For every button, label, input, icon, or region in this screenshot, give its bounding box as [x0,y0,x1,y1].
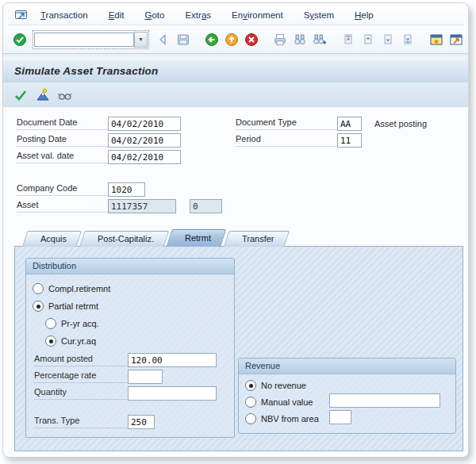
company-code-input[interactable] [108,182,145,197]
nbv-from-area-label: NBV from area [261,414,319,424]
quantity-input[interactable] [128,386,217,401]
period-row: Period [236,133,362,148]
asset-values-icon[interactable] [35,87,51,103]
document-type-label: Document Type [236,117,337,130]
revenue-group: Revenue No revenue Manual value NBV from… [238,358,456,434]
menu-items: Transaction Edit Goto Extras Environment… [40,10,374,20]
command-dropdown-icon[interactable]: ▼ [134,32,148,48]
page-down-icon[interactable] [381,32,395,48]
system-menu-icon[interactable] [14,9,29,21]
percentage-rate-input[interactable] [128,370,163,384]
no-revenue-radio[interactable] [245,380,256,391]
manual-value-radio[interactable] [245,397,256,408]
distribution-group-title: Distribution [26,259,234,274]
back-icon[interactable] [205,32,219,48]
simulate-icon[interactable] [57,87,73,103]
tab-label: Transfer [242,234,274,244]
revenue-group-title: Revenue [239,359,455,374]
current-year-acq-option[interactable]: Cur.yr.aq [45,335,96,347]
amount-posted-row: Amount posted [34,353,217,367]
nbv-from-area-option[interactable]: NBV from area [245,412,319,425]
check-icon[interactable] [13,87,29,103]
asset-subnumber-field[interactable] [190,199,222,213]
manual-value-option[interactable]: Manual value [245,396,313,408]
find-icon[interactable] [293,32,307,48]
asset-label: Asset [17,200,108,213]
save-icon[interactable] [176,32,190,48]
posting-date-input[interactable] [108,133,181,148]
enter-icon[interactable] [13,32,27,48]
document-date-label: Document Date [17,117,108,130]
first-page-icon[interactable] [341,32,355,48]
company-code-row: Company Code [17,182,145,197]
amount-posted-input[interactable] [128,353,217,367]
percentage-rate-row: Percentage rate [34,370,163,384]
quantity-label: Quantity [34,387,128,400]
nbv-from-area-input[interactable] [329,410,351,424]
asset-val-date-label: Asset val. date [17,151,108,163]
last-page-icon[interactable] [401,32,415,48]
nbv-from-area-radio[interactable] [245,413,256,424]
sap-window: Transaction Edit Goto Extras Environment… [2,2,469,458]
tab-label: Post-Capitaliz. [98,234,154,244]
tab-label: Retrmt [185,233,211,243]
period-label: Period [236,134,337,147]
trans-type-input[interactable] [128,415,155,429]
tab-post-capitaliz[interactable]: Post-Capitaliz. [82,231,167,247]
asset-number-field[interactable] [108,199,176,213]
screen-title-bar: Simulate Asset Transaction [3,59,468,83]
partial-retrmt-radio[interactable] [33,301,44,312]
asset-val-date-input[interactable] [108,150,181,164]
header-form: Document Date Document Type Asset postin… [3,107,468,230]
distribution-group: Distribution Compl.retiremnt Partial ret… [25,258,235,438]
document-type-input[interactable] [337,117,362,131]
partial-retrmt-option[interactable]: Partial retrmt [33,300,98,313]
no-revenue-option[interactable]: No revenue [245,379,306,392]
prior-year-acq-radio[interactable] [45,318,56,329]
menu-transaction[interactable]: Transaction [40,10,88,20]
asset-row: Asset [17,199,222,213]
command-field[interactable]: ▼ [33,30,149,49]
document-date-input[interactable] [108,117,181,131]
retirement-tab-panel: Distribution Compl.retiremnt Partial ret… [14,246,463,451]
current-year-acq-radio[interactable] [45,336,56,347]
compl-retirement-option[interactable]: Compl.retiremnt [33,282,110,295]
prior-year-acq-label: Pr-yr acq. [61,319,99,328]
command-collapse-icon[interactable] [156,32,171,48]
company-code-label: Company Code [17,183,108,196]
menu-environment[interactable]: Environment [232,10,283,20]
asset-val-date-row: Asset val. date [17,150,181,164]
find-next-icon[interactable] [313,32,327,48]
document-type-row: Document Type Asset posting [236,117,427,131]
tab-acquis[interactable]: Acquis [25,231,79,247]
trans-type-label: Trans. Type [34,416,128,428]
compl-retirement-label: Compl.retiremnt [48,284,110,293]
shortcut-icon[interactable] [449,32,463,48]
menu-system[interactable]: System [304,10,334,20]
current-year-acq-label: Cur.yr.aq [61,336,96,346]
menu-help[interactable]: Help [355,10,374,20]
menu-edit[interactable]: Edit [109,10,125,20]
no-revenue-label: No revenue [261,381,306,390]
period-input[interactable] [337,133,362,148]
document-type-description: Asset posting [374,119,427,128]
prior-year-acq-option[interactable]: Pr-yr acq. [45,317,99,330]
screen-title: Simulate Asset Transaction [3,65,159,77]
standard-toolbar: ▼ [3,25,468,53]
compl-retirement-radio[interactable] [33,283,44,294]
menu-goto[interactable]: Goto [145,10,165,20]
cancel-icon[interactable] [244,32,259,48]
manual-value-input[interactable] [329,393,440,408]
document-date-row: Document Date [17,117,181,131]
tab-transfer[interactable]: Transfer [226,231,287,247]
exit-icon[interactable] [225,32,239,48]
quantity-row: Quantity [34,386,217,401]
print-icon[interactable] [273,32,287,48]
application-toolbar [3,82,468,108]
amount-posted-label: Amount posted [34,354,128,366]
command-input[interactable] [34,33,134,47]
tab-retrmt[interactable]: Retrmt [169,229,224,247]
new-session-icon[interactable] [429,32,443,48]
menu-extras[interactable]: Extras [185,10,211,20]
page-up-icon[interactable] [361,32,375,48]
